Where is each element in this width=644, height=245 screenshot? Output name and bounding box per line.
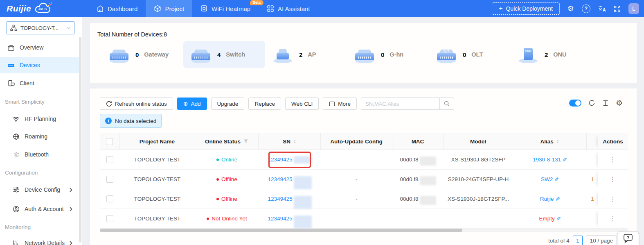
tab-wifi-heatmap[interactable]: WiFi Heatmap Beta xyxy=(192,0,259,17)
header-alias[interactable]: Alias ▲▼ xyxy=(513,133,587,150)
section-monitoring: Monitoring xyxy=(5,223,31,231)
sidebar-item-devices[interactable]: Devices xyxy=(0,57,81,73)
refresh-online-status-button[interactable]: Refresh online status xyxy=(100,98,173,110)
project-selector-dropdown[interactable]: TOPOLOGY-T... xyxy=(6,21,75,34)
view-toggle[interactable] xyxy=(569,100,581,107)
project-name-cell: TOPOLOGY-TEST xyxy=(119,150,195,169)
mac-cell: 00d0.f8 xyxy=(392,170,444,189)
sidebar-scrollbar[interactable] xyxy=(79,37,81,243)
sidebar-item-label: Devices xyxy=(20,62,40,68)
header-model[interactable]: Model xyxy=(444,133,513,150)
card-olt[interactable]: OLT 0 OLT xyxy=(429,41,511,68)
auto-update-cell: - xyxy=(321,150,392,169)
user-avatar[interactable]: L xyxy=(628,3,639,14)
header-online-status[interactable]: Online Status xyxy=(195,133,259,150)
fullscreen-icon[interactable] xyxy=(614,5,621,12)
chart-icon xyxy=(12,240,20,245)
sidebar-item-bluetooth[interactable]: Bluetooth xyxy=(0,146,81,163)
row-height-icon[interactable] xyxy=(602,100,609,107)
top-navbar: Ruijie JaCS Dashboard xyxy=(0,0,644,17)
tab-dashboard[interactable]: Dashboard xyxy=(88,0,146,17)
project-name-cell: TOPOLOGY-TEST xyxy=(119,189,195,209)
add-button[interactable]: ⊕ Add xyxy=(177,98,207,110)
sn-link[interactable]: 12349425 xyxy=(268,157,292,163)
gateway-label: Gateway xyxy=(144,51,169,58)
row-actions-menu-icon[interactable]: ⋮ xyxy=(610,176,616,183)
header-project-name[interactable]: Project Name xyxy=(119,133,195,150)
column-settings-gear-icon[interactable]: ⚙ xyxy=(616,99,623,107)
sn-link[interactable]: 12349425 xyxy=(268,196,292,202)
sort-icons[interactable]: ▲▼ xyxy=(556,139,559,144)
edit-alias-icon[interactable]: ✎ xyxy=(556,216,561,222)
onu-label: ONU xyxy=(553,51,566,58)
page-1-button[interactable]: 1 xyxy=(573,236,583,245)
sidebar-item-auth-account[interactable]: Auth & Account xyxy=(0,201,81,217)
search-group xyxy=(361,98,454,110)
row-checkbox[interactable] xyxy=(106,176,113,183)
sidebar-item-roaming[interactable]: Roaming xyxy=(0,128,81,145)
sidebar-item-label: RF Planning xyxy=(25,116,56,122)
sidebar-item-rf-planning[interactable]: RF Planning xyxy=(0,111,81,127)
card-ghn[interactable]: 0 G·hn xyxy=(347,41,429,68)
edit-alias-icon[interactable]: ✎ xyxy=(555,196,560,202)
sidebar-item-network-details[interactable]: Network Details xyxy=(0,235,81,245)
sn-link[interactable]: 12349425 xyxy=(268,176,292,182)
web-cli-button[interactable]: Web CLI xyxy=(285,98,319,110)
search-input[interactable] xyxy=(361,98,439,110)
tab-project[interactable]: Project xyxy=(146,0,192,17)
help-icon[interactable]: ? xyxy=(582,5,590,13)
row-checkbox[interactable] xyxy=(106,195,113,202)
sidebar-item-label: Overview xyxy=(20,44,43,51)
gateway-count: 0 xyxy=(135,51,139,58)
sidebar-item-overview[interactable]: Overview xyxy=(0,39,81,56)
sort-icons[interactable]: ▲▼ xyxy=(293,139,296,144)
alias-link[interactable]: SW2 xyxy=(541,176,553,182)
more-label: More xyxy=(338,101,351,107)
model-cell: XS-S1930J-8GT2SFP xyxy=(444,150,513,169)
reload-table-icon[interactable] xyxy=(588,100,595,107)
tab-ai-assistant[interactable]: AI Assistant xyxy=(259,0,318,17)
search-button[interactable] xyxy=(439,98,454,110)
redacted-sn xyxy=(294,156,312,163)
language-translate-icon[interactable]: A xyxy=(598,5,606,12)
card-switch[interactable]: 4 Switch xyxy=(183,41,265,68)
header-mac[interactable]: MAC xyxy=(392,133,444,150)
filter-funnel-icon[interactable] xyxy=(243,139,248,144)
alias-link[interactable]: Ruijie xyxy=(540,196,554,202)
row-actions-menu-icon[interactable]: ⋮ xyxy=(610,215,616,222)
settings-gear-icon[interactable]: ⚙ xyxy=(567,5,574,12)
sidebar-item-device-config[interactable]: Device Config xyxy=(0,181,81,198)
nav-right-cluster: + Quick Deployment ⚙ ? A L xyxy=(492,0,639,17)
edit-alias-icon[interactable]: ✎ xyxy=(554,176,559,183)
row-checkbox[interactable] xyxy=(106,156,113,163)
row-actions-menu-icon[interactable]: ⋮ xyxy=(610,156,616,163)
ap-device-icon xyxy=(272,45,294,64)
card-onu[interactable]: ONU 2 ONU xyxy=(511,41,592,68)
grid-icon xyxy=(267,5,274,12)
upgrade-button[interactable]: Upgrade xyxy=(211,98,245,110)
select-all-checkbox[interactable] xyxy=(106,138,113,145)
sn-cell: 12349425 xyxy=(259,150,321,169)
more-button[interactable]: More xyxy=(323,98,357,110)
help-widget-button[interactable]: ? xyxy=(617,231,639,245)
sidebar-item-label: Client xyxy=(20,80,34,86)
row-checkbox[interactable] xyxy=(106,215,113,222)
card-ap[interactable]: 2 AP xyxy=(265,41,347,68)
sidebar-item-client[interactable]: Client xyxy=(0,75,81,91)
quick-deployment-button[interactable]: + Quick Deployment xyxy=(492,2,560,15)
table-settings-cluster: ⚙ xyxy=(569,99,623,107)
brand-text: Ruijie xyxy=(7,4,31,14)
tab-label: Dashboard xyxy=(108,5,137,12)
edit-alias-icon[interactable]: ✎ xyxy=(562,157,567,163)
row-actions-menu-icon[interactable]: ⋮ xyxy=(610,195,616,203)
header-sn[interactable]: SN ▲▼ xyxy=(259,133,321,150)
card-gateway[interactable]: 0 Gateway xyxy=(101,41,183,68)
page-size-select[interactable]: 10 / page xyxy=(586,235,617,245)
ruijie-logo[interactable]: Ruijie JaCS xyxy=(7,0,53,17)
horizontal-scrollbar-thumb[interactable] xyxy=(100,229,462,232)
header-auto-update[interactable]: Auto-Update Config xyxy=(321,133,392,150)
alias-link[interactable]: 1930-8-131 xyxy=(533,157,561,163)
alias-link[interactable]: Empty xyxy=(539,216,555,222)
sn-link[interactable]: 12349425 xyxy=(268,216,292,222)
replace-button[interactable]: Replace xyxy=(248,98,281,110)
